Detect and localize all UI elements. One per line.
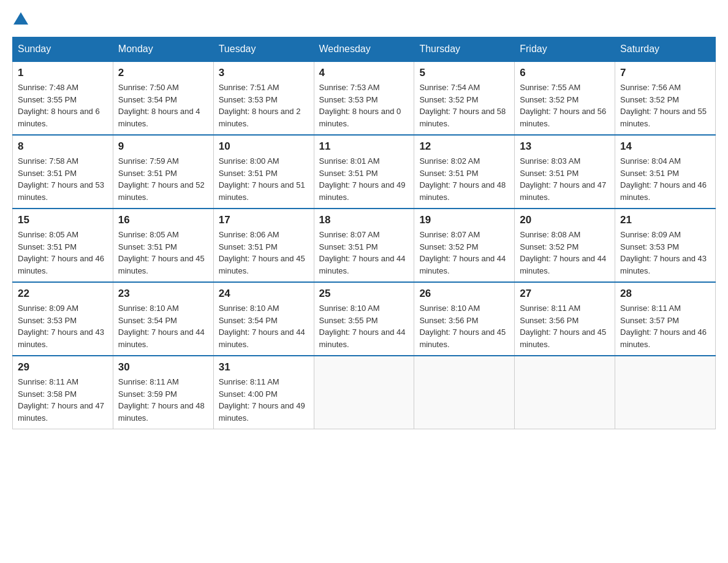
- calendar-cell: 9Sunrise: 7:59 AMSunset: 3:51 PMDaylight…: [113, 135, 213, 209]
- day-number: 16: [118, 214, 208, 226]
- day-info: Sunrise: 8:01 AMSunset: 3:51 PMDaylight:…: [319, 155, 409, 203]
- day-number: 10: [219, 140, 309, 153]
- day-number: 30: [118, 361, 208, 373]
- day-info: Sunrise: 8:11 AMSunset: 4:00 PMDaylight:…: [219, 376, 309, 424]
- weekday-header-saturday: Saturday: [615, 37, 716, 62]
- day-number: 5: [419, 67, 509, 79]
- day-number: 8: [18, 140, 108, 153]
- day-number: 22: [18, 288, 108, 300]
- calendar-cell: 5Sunrise: 7:54 AMSunset: 3:52 PMDaylight…: [414, 61, 515, 135]
- calendar-cell: 20Sunrise: 8:08 AMSunset: 3:52 PMDayligh…: [515, 209, 615, 282]
- calendar-cell: 4Sunrise: 7:53 AMSunset: 3:53 PMDaylight…: [314, 61, 414, 135]
- day-info: Sunrise: 8:09 AMSunset: 3:53 PMDaylight:…: [18, 302, 108, 350]
- day-info: Sunrise: 8:10 AMSunset: 3:54 PMDaylight:…: [219, 302, 309, 350]
- calendar-cell: 3Sunrise: 7:51 AMSunset: 3:53 PMDaylight…: [213, 61, 314, 135]
- calendar-cell: 19Sunrise: 8:07 AMSunset: 3:52 PMDayligh…: [414, 209, 515, 282]
- calendar-cell: 14Sunrise: 8:04 AMSunset: 3:51 PMDayligh…: [615, 135, 716, 209]
- day-number: 27: [520, 288, 610, 300]
- day-info: Sunrise: 8:02 AMSunset: 3:51 PMDaylight:…: [419, 155, 509, 203]
- calendar-cell: 29Sunrise: 8:11 AMSunset: 3:58 PMDayligh…: [13, 356, 113, 429]
- calendar-table: SundayMondayTuesdayWednesdayThursdayFrid…: [12, 37, 716, 429]
- weekday-header-friday: Friday: [515, 37, 615, 62]
- day-info: Sunrise: 8:06 AMSunset: 3:51 PMDaylight:…: [219, 229, 309, 277]
- calendar-week-row: 15Sunrise: 8:05 AMSunset: 3:51 PMDayligh…: [13, 209, 716, 282]
- calendar-cell: 13Sunrise: 8:03 AMSunset: 3:51 PMDayligh…: [515, 135, 615, 209]
- calendar-cell: 24Sunrise: 8:10 AMSunset: 3:54 PMDayligh…: [213, 282, 314, 356]
- calendar-cell: 2Sunrise: 7:50 AMSunset: 3:54 PMDaylight…: [113, 61, 213, 135]
- weekday-header-monday: Monday: [113, 37, 213, 62]
- calendar-cell: 30Sunrise: 8:11 AMSunset: 3:59 PMDayligh…: [113, 356, 213, 429]
- day-info: Sunrise: 8:10 AMSunset: 3:56 PMDaylight:…: [419, 302, 509, 350]
- calendar-week-row: 22Sunrise: 8:09 AMSunset: 3:53 PMDayligh…: [13, 282, 716, 356]
- day-info: Sunrise: 7:59 AMSunset: 3:51 PMDaylight:…: [118, 155, 208, 203]
- day-number: 20: [520, 214, 610, 226]
- day-info: Sunrise: 7:54 AMSunset: 3:52 PMDaylight:…: [419, 82, 509, 129]
- day-info: Sunrise: 7:51 AMSunset: 3:53 PMDaylight:…: [219, 82, 309, 129]
- day-info: Sunrise: 8:03 AMSunset: 3:51 PMDaylight:…: [520, 155, 610, 203]
- calendar-cell: [515, 356, 615, 429]
- day-info: Sunrise: 8:04 AMSunset: 3:51 PMDaylight:…: [620, 155, 710, 203]
- calendar-cell: 18Sunrise: 8:07 AMSunset: 3:51 PMDayligh…: [314, 209, 414, 282]
- day-info: Sunrise: 7:56 AMSunset: 3:52 PMDaylight:…: [620, 82, 710, 129]
- calendar-cell: 23Sunrise: 8:10 AMSunset: 3:54 PMDayligh…: [113, 282, 213, 356]
- day-number: 25: [319, 288, 409, 300]
- day-info: Sunrise: 8:11 AMSunset: 3:56 PMDaylight:…: [520, 302, 610, 350]
- weekday-header-sunday: Sunday: [13, 37, 113, 62]
- day-number: 31: [219, 361, 309, 373]
- day-number: 15: [18, 214, 108, 226]
- day-info: Sunrise: 7:48 AMSunset: 3:55 PMDaylight:…: [18, 82, 108, 129]
- calendar-cell: 8Sunrise: 7:58 AMSunset: 3:51 PMDaylight…: [13, 135, 113, 209]
- day-number: 13: [520, 140, 610, 153]
- day-info: Sunrise: 8:11 AMSunset: 3:58 PMDaylight:…: [18, 376, 108, 424]
- calendar-cell: 16Sunrise: 8:05 AMSunset: 3:51 PMDayligh…: [113, 209, 213, 282]
- calendar-cell: 21Sunrise: 8:09 AMSunset: 3:53 PMDayligh…: [615, 209, 716, 282]
- day-number: 29: [18, 361, 108, 373]
- page-header: [12, 12, 716, 25]
- calendar-cell: 22Sunrise: 8:09 AMSunset: 3:53 PMDayligh…: [13, 282, 113, 356]
- day-number: 2: [118, 67, 208, 79]
- day-number: 1: [18, 67, 108, 79]
- day-number: 28: [620, 288, 710, 300]
- day-info: Sunrise: 8:07 AMSunset: 3:52 PMDaylight:…: [419, 229, 509, 277]
- day-info: Sunrise: 8:09 AMSunset: 3:53 PMDaylight:…: [620, 229, 710, 277]
- day-info: Sunrise: 8:11 AMSunset: 3:59 PMDaylight:…: [118, 376, 208, 424]
- day-info: Sunrise: 8:10 AMSunset: 3:54 PMDaylight:…: [118, 302, 208, 350]
- calendar-cell: 26Sunrise: 8:10 AMSunset: 3:56 PMDayligh…: [414, 282, 515, 356]
- calendar-cell: 28Sunrise: 8:11 AMSunset: 3:57 PMDayligh…: [615, 282, 716, 356]
- calendar-cell: 7Sunrise: 7:56 AMSunset: 3:52 PMDaylight…: [615, 61, 716, 135]
- calendar-cell: [615, 356, 716, 429]
- calendar-cell: 27Sunrise: 8:11 AMSunset: 3:56 PMDayligh…: [515, 282, 615, 356]
- calendar-week-row: 8Sunrise: 7:58 AMSunset: 3:51 PMDaylight…: [13, 135, 716, 209]
- calendar-cell: 1Sunrise: 7:48 AMSunset: 3:55 PMDaylight…: [13, 61, 113, 135]
- day-info: Sunrise: 7:55 AMSunset: 3:52 PMDaylight:…: [520, 82, 610, 129]
- calendar-cell: 25Sunrise: 8:10 AMSunset: 3:55 PMDayligh…: [314, 282, 414, 356]
- weekday-header-thursday: Thursday: [414, 37, 515, 62]
- day-number: 19: [419, 214, 509, 226]
- weekday-header-tuesday: Tuesday: [213, 37, 314, 62]
- day-number: 6: [520, 67, 610, 79]
- day-number: 7: [620, 67, 710, 79]
- calendar-week-row: 1Sunrise: 7:48 AMSunset: 3:55 PMDaylight…: [13, 61, 716, 135]
- day-number: 11: [319, 140, 409, 153]
- calendar-cell: 17Sunrise: 8:06 AMSunset: 3:51 PMDayligh…: [213, 209, 314, 282]
- day-number: 26: [419, 288, 509, 300]
- day-info: Sunrise: 8:11 AMSunset: 3:57 PMDaylight:…: [620, 302, 710, 350]
- day-number: 18: [319, 214, 409, 226]
- day-info: Sunrise: 8:08 AMSunset: 3:52 PMDaylight:…: [520, 229, 610, 277]
- calendar-cell: 10Sunrise: 8:00 AMSunset: 3:51 PMDayligh…: [213, 135, 314, 209]
- calendar-cell: 12Sunrise: 8:02 AMSunset: 3:51 PMDayligh…: [414, 135, 515, 209]
- day-info: Sunrise: 8:00 AMSunset: 3:51 PMDaylight:…: [219, 155, 309, 203]
- day-number: 12: [419, 140, 509, 153]
- day-number: 14: [620, 140, 710, 153]
- day-info: Sunrise: 7:50 AMSunset: 3:54 PMDaylight:…: [118, 82, 208, 129]
- day-info: Sunrise: 8:10 AMSunset: 3:55 PMDaylight:…: [319, 302, 409, 350]
- calendar-cell: [314, 356, 414, 429]
- calendar-cell: 11Sunrise: 8:01 AMSunset: 3:51 PMDayligh…: [314, 135, 414, 209]
- day-number: 17: [219, 214, 309, 226]
- calendar-cell: 31Sunrise: 8:11 AMSunset: 4:00 PMDayligh…: [213, 356, 314, 429]
- logo: [12, 12, 29, 25]
- day-number: 3: [219, 67, 309, 79]
- day-number: 24: [219, 288, 309, 300]
- day-number: 4: [319, 67, 409, 79]
- day-info: Sunrise: 8:05 AMSunset: 3:51 PMDaylight:…: [118, 229, 208, 277]
